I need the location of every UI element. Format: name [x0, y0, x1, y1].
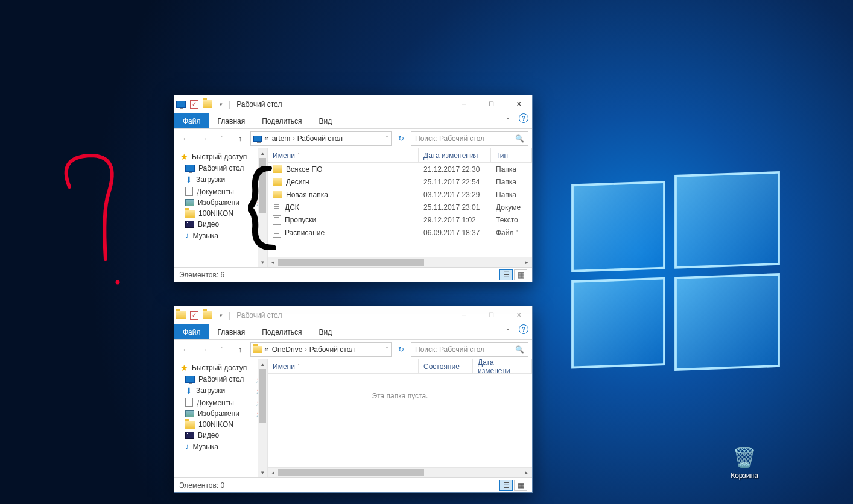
col-name[interactable]: Имени˄: [268, 148, 419, 162]
view-details-button[interactable]: ☰: [499, 269, 513, 280]
minimize-button[interactable]: ─: [451, 306, 478, 324]
file-list[interactable]: Эта папка пуста.: [268, 374, 532, 467]
col-name[interactable]: Имени˄: [268, 359, 419, 373]
ribbon-collapse-icon[interactable]: ˅: [501, 113, 515, 128]
scroll-up-icon[interactable]: ▴: [258, 148, 267, 158]
scroll-left-icon[interactable]: ◂: [268, 468, 278, 477]
scroll-right-icon[interactable]: ▸: [522, 468, 532, 477]
hscroll-thumb[interactable]: [278, 469, 424, 476]
horizontal-scrollbar[interactable]: ◂ ▸: [268, 467, 532, 477]
recycle-bin[interactable]: 🗑️ Корзина: [720, 446, 769, 480]
breadcrumb-seg2[interactable]: Рабочий стол: [296, 134, 344, 143]
address-dropdown-icon[interactable]: ˅: [385, 346, 388, 353]
ribbon-tab-share[interactable]: Поделиться: [253, 113, 310, 128]
maximize-button[interactable]: ☐: [478, 95, 505, 113]
file-row[interactable]: Всякое ПО21.12.2017 22:30Папка: [268, 163, 532, 175]
view-details-button[interactable]: ☰: [499, 480, 513, 491]
ribbon-collapse-icon[interactable]: ˅: [501, 324, 515, 339]
close-button[interactable]: ✕: [505, 95, 532, 113]
sidebar-quick-access[interactable]: ★Быстрый доступ: [174, 362, 267, 374]
search-box[interactable]: Поиск: Рабочий стол 🔍: [411, 342, 528, 357]
download-icon: ⬇: [185, 175, 192, 184]
ribbon-tab-view[interactable]: Вид: [310, 324, 340, 339]
breadcrumb-seg1[interactable]: artem: [271, 134, 292, 143]
col-date[interactable]: Дата изменени: [473, 359, 532, 373]
titlebar[interactable]: ✓ ▾ | Рабочий стол ─ ☐ ✕: [174, 306, 532, 324]
search-icon[interactable]: 🔍: [515, 345, 524, 354]
ribbon-tab-home[interactable]: Главная: [209, 324, 254, 339]
help-icon[interactable]: ?: [519, 113, 528, 123]
breadcrumb-seg2[interactable]: Рабочий стол: [308, 345, 356, 354]
nav-recent-dropdown[interactable]: ˅: [214, 342, 230, 357]
scroll-thumb[interactable]: [259, 369, 266, 423]
scroll-left-icon[interactable]: ◂: [268, 257, 278, 267]
ribbon-tab-file[interactable]: Файл: [174, 113, 209, 128]
nav-back-button[interactable]: ←: [178, 131, 194, 146]
nav-back-button[interactable]: ←: [178, 342, 194, 357]
nav-forward-button[interactable]: →: [196, 131, 212, 146]
nav-up-button[interactable]: ↑: [232, 342, 248, 357]
file-list[interactable]: Всякое ПО21.12.2017 22:30ПапкаДесигн25.1…: [268, 163, 532, 257]
quick-folder-icon[interactable]: [201, 100, 214, 108]
col-type[interactable]: Тип: [491, 148, 532, 162]
address-dropdown-icon[interactable]: ˅: [385, 135, 388, 142]
quick-dropdown-icon[interactable]: ▾: [214, 312, 227, 318]
scroll-down-icon[interactable]: ▾: [258, 257, 267, 267]
quick-folder-icon[interactable]: [201, 311, 214, 319]
file-row[interactable]: Десигн25.11.2017 22:54Папка: [268, 175, 532, 188]
address-bar[interactable]: « artem › Рабочий стол ˅: [250, 131, 392, 146]
address-bar[interactable]: « OneDrive › Рабочий стол ˅: [250, 342, 392, 357]
file-row[interactable]: Новая папка03.12.2017 23:29Папка: [268, 188, 532, 201]
breadcrumb-pre[interactable]: «: [263, 345, 270, 354]
sidebar-desktop[interactable]: Рабочий стол📌: [174, 374, 267, 385]
sidebar-quick-access[interactable]: ★Быстрый доступ: [174, 151, 267, 163]
view-icons-button[interactable]: ▦: [514, 269, 527, 280]
ribbon-tab-share[interactable]: Поделиться: [253, 324, 310, 339]
file-row[interactable]: Расписание06.09.2017 18:37Файл ": [268, 226, 532, 239]
breadcrumb-pre[interactable]: «: [263, 134, 270, 143]
titlebar[interactable]: ✓ ▾ | Рабочий стол ─ ☐ ✕: [174, 95, 532, 113]
chevron-right-icon[interactable]: ›: [305, 346, 306, 353]
scroll-right-icon[interactable]: ▸: [522, 257, 532, 267]
file-type: Папка: [491, 191, 532, 199]
help-icon[interactable]: ?: [519, 324, 528, 334]
sidebar-video[interactable]: Видео: [174, 430, 267, 441]
sidebar-documents[interactable]: Документы📌: [174, 397, 267, 408]
file-row[interactable]: ДСК25.11.2017 23:01Докуме: [268, 201, 532, 213]
sidebar-100nikon[interactable]: 100NIKON: [174, 419, 267, 430]
nav-up-button[interactable]: ↑: [232, 131, 248, 146]
hscroll-thumb[interactable]: [278, 259, 424, 266]
file-type: Папка: [491, 178, 532, 186]
file-row[interactable]: Пропуски29.12.2017 1:02Тексто: [268, 213, 532, 226]
quick-check-icon[interactable]: ✓: [188, 100, 201, 109]
refresh-button[interactable]: ↻: [394, 134, 408, 143]
view-icons-button[interactable]: ▦: [514, 480, 527, 491]
scroll-up-icon[interactable]: ▴: [258, 359, 267, 369]
ribbon-tab-file[interactable]: Файл: [174, 324, 209, 339]
breadcrumb-seg1[interactable]: OneDrive: [271, 345, 304, 354]
col-date[interactable]: Дата изменения: [419, 148, 491, 162]
refresh-button[interactable]: ↻: [394, 345, 408, 354]
scroll-down-icon[interactable]: ▾: [258, 468, 267, 477]
maximize-button[interactable]: ☐: [478, 306, 505, 324]
search-icon[interactable]: 🔍: [515, 134, 524, 143]
nav-recent-dropdown[interactable]: ˅: [214, 131, 230, 146]
chevron-right-icon[interactable]: ›: [293, 135, 294, 142]
search-box[interactable]: Поиск: Рабочий стол 🔍: [411, 131, 528, 146]
sidebar-pictures[interactable]: Изображени📌: [174, 408, 267, 419]
file-date: 29.12.2017 1:02: [419, 216, 491, 224]
quick-check-icon[interactable]: ✓: [188, 311, 201, 320]
sidebar-scrollbar[interactable]: ▴ ▾: [258, 359, 267, 477]
quick-dropdown-icon[interactable]: ▾: [214, 101, 227, 107]
col-state[interactable]: Состояние: [419, 359, 473, 373]
horizontal-scrollbar[interactable]: ◂ ▸: [268, 257, 532, 267]
sidebar-downloads[interactable]: ⬇Загрузки📌: [174, 385, 267, 397]
item-count: Элементов: 6: [179, 271, 224, 279]
nav-forward-button[interactable]: →: [196, 342, 212, 357]
ribbon-tab-home[interactable]: Главная: [209, 113, 254, 128]
sidebar-music[interactable]: ♪Музыка: [174, 441, 267, 452]
close-button[interactable]: ✕: [505, 306, 532, 324]
ribbon-tab-view[interactable]: Вид: [310, 113, 340, 128]
minimize-button[interactable]: ─: [451, 95, 478, 113]
video-icon: [185, 432, 194, 439]
